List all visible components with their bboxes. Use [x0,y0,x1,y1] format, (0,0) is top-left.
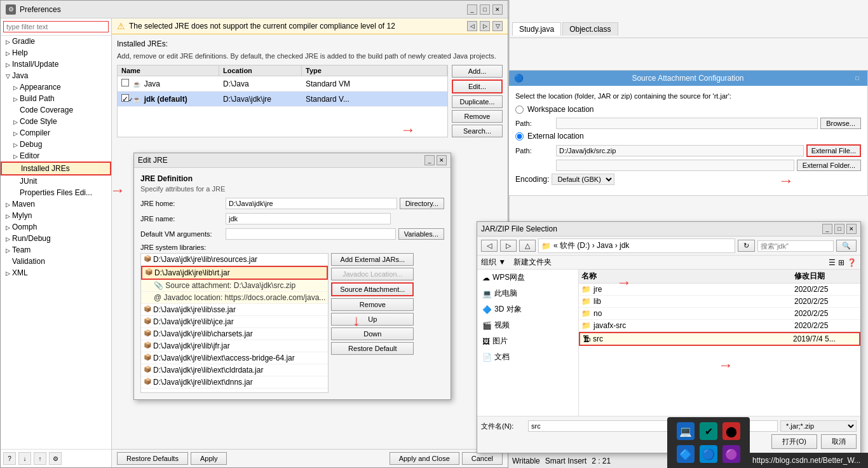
lib-item-2[interactable]: 📦 D:\Java\jdk\jre\lib\sse.jar [141,304,328,316]
cancel-button[interactable]: Cancel [462,452,503,465]
apply-button[interactable]: Apply [191,452,227,465]
sidebar-item-java[interactable]: ▽Java [1,70,111,81]
nav-back-btn[interactable]: ◁ [467,21,477,31]
jre-checkbox-0[interactable] [121,79,129,86]
edit-jre-minimize[interactable]: _ [424,155,435,165]
sa-ext-folder-input[interactable] [556,160,794,171]
jar-file-row-1[interactable]: 📁 lib 2020/2/25 [579,296,860,308]
jar-open-btn[interactable]: 打开(O) [771,434,817,449]
nav-forward-btn[interactable]: ▷ [480,21,490,31]
taskbar-icon-2[interactable]: ⬤ [722,422,740,440]
minimize-button[interactable]: _ [467,4,477,15]
sidebar-item-code-coverage[interactable]: Code Coverage [1,104,111,116]
jar-maximize[interactable]: □ [834,224,844,234]
lib-item-8[interactable]: 📦 D:\Java\jdk\jre\lib\ext\dnns.jar [141,376,328,389]
lib-item-4[interactable]: 📦 D:\Java\jdk\jre\lib\charsets.jar [141,328,328,340]
sa-encoding-select[interactable]: Default (GBK) [552,174,614,185]
libs-remove-btn[interactable]: Remove [331,298,414,311]
search-button[interactable]: Search... [452,125,503,137]
jar-cancel-btn[interactable]: 取消 [821,434,857,449]
lib-item-5[interactable]: 📦 D:\Java\jdk\jre\lib\jfr.jar [141,340,328,352]
jar-filetype-select[interactable]: *.jar;*.zip [780,420,857,432]
jar-minimize[interactable]: _ [822,224,832,234]
sidebar-item-xml[interactable]: ▷XML [1,267,111,279]
remove-button[interactable]: Remove [452,110,503,123]
jar-forward-btn[interactable]: ▷ [500,240,517,252]
tab-object-class[interactable]: Object.class [562,22,618,36]
javadoc-location-btn[interactable]: Javadoc Location... [331,268,414,280]
sidebar-item-debug[interactable]: ▷Debug [1,139,111,150]
source-attachment-btn[interactable]: Source Attachment... [331,282,414,296]
restore-defaults-button[interactable]: Restore Defaults [117,452,188,465]
sidebar-item-appearance[interactable]: ▷Appearance [1,81,111,93]
jar-file-row-4[interactable]: 🗜 src 2019/7/4 5... [579,332,860,346]
jre-row-0[interactable]: ☕ Java D:\Java Standard VM [118,76,447,92]
sidebar-item-maven[interactable]: ▷Maven [1,198,111,210]
jar-search-input[interactable] [757,240,834,252]
jar-refresh-btn[interactable]: ↻ [738,240,755,252]
jre-home-btn[interactable]: Directory... [400,198,444,209]
jar-search-btn[interactable]: 🔍 [836,240,857,252]
search-input[interactable] [3,21,109,32]
sidebar-item-run-debug[interactable]: ▷Run/Debug [1,233,111,244]
edit-jre-close[interactable]: ✕ [437,155,447,165]
lib-item-7[interactable]: 📦 D:\Java\jdk\jre\lib\ext\cldrdata.jar [141,364,328,376]
jar-file-row-0[interactable]: 📁 jre 2020/2/25 [579,284,860,296]
jar-close[interactable]: ✕ [846,224,857,234]
sa-external-radio[interactable] [515,132,524,141]
lib-item-3[interactable]: 📦 D:\Java\jdk\jre\lib\jce.jar [141,316,328,328]
jar-sidebar-video[interactable]: 🎬 视频 [477,317,578,333]
close-button[interactable]: ✕ [492,4,503,15]
libs-down-btn[interactable]: Down [331,327,414,340]
import-button[interactable]: ↓ [18,452,31,465]
lib-item-0[interactable]: 📦 D:\Java\jdk\jre\lib\resources.jar [141,254,328,266]
tab-study-java[interactable]: Study.java [512,22,561,36]
duplicate-button[interactable]: Duplicate... [452,95,503,108]
lib-item-1[interactable]: 📦 D:\Java\jdk\jre\lib\rt.jar [141,266,328,280]
sidebar-item-code-style[interactable]: ▷Code Style [1,116,111,127]
sa-ext-folder-btn[interactable]: External Folder... [797,160,861,171]
sidebar-item-compiler[interactable]: ▷Compiler [1,127,111,139]
sa-workspace-path-input[interactable] [556,118,818,129]
sidebar-item-editor[interactable]: ▷Editor [1,150,111,162]
taskbar-icon-5[interactable]: 🟣 [722,445,740,463]
jar-file-row-2[interactable]: 📁 no 2020/2/25 [579,308,860,320]
jar-sidebar-3d[interactable]: 🔷 3D 对象 [477,301,578,317]
sidebar-item-gradle[interactable]: ▷Gradle [1,36,111,47]
maximize-button[interactable]: □ [480,4,490,15]
sidebar-item-mylyn[interactable]: ▷Mylyn [1,210,111,221]
edit-button[interactable]: Edit... [452,79,503,93]
taskbar-icon-1[interactable]: ✔ [700,422,717,440]
help-icon[interactable]: ❓ [847,258,857,267]
jar-up-btn[interactable]: △ [519,240,536,252]
sidebar-item-team[interactable]: ▷Team [1,244,111,256]
jar-file-row-3[interactable]: 📁 javafx-src 2020/2/25 [579,320,860,332]
sidebar-item-junit[interactable]: JUnit [1,176,111,187]
export-button[interactable]: ↑ [34,452,46,465]
taskbar-icon-4[interactable]: 🔵 [700,445,717,463]
sa-browse-btn[interactable]: Browse... [820,118,861,129]
view-details-icon[interactable]: ⊞ [838,258,844,267]
jre-row-1[interactable]: ✓ ☕ jdk (default) D:\Java\jdk\jre Standa… [118,92,447,107]
sa-ext-file-btn[interactable]: External File... [806,144,861,157]
jre-checkbox-1[interactable]: ✓ [121,94,129,102]
lib-item-6[interactable]: 📦 D:\Java\jdk\jre\lib\ext\access-bridge-… [141,352,328,364]
sidebar-item-help[interactable]: ▷Help [1,47,111,59]
sidebar-item-validation[interactable]: Validation [1,256,111,267]
jar-sidebar-image[interactable]: 🖼 图片 [477,333,578,349]
sa-external-path-input[interactable] [556,145,804,156]
jre-home-input[interactable] [226,198,397,209]
sidebar-item-build-path[interactable]: ▷Build Path [1,93,111,104]
libs-restore-btn[interactable]: Restore Default [331,342,414,355]
jre-vmargs-input[interactable] [226,228,396,240]
view-list-icon[interactable]: ☰ [829,258,836,267]
sidebar-item-oomph[interactable]: ▷Oomph [1,221,111,233]
help-button[interactable]: ? [3,452,16,465]
jre-name-input[interactable] [226,213,391,224]
jar-sidebar-wps[interactable]: ☁ WPS网盘 [477,270,578,286]
add-external-jars-btn[interactable]: Add External JARs... [331,253,414,266]
jar-back-btn[interactable]: ◁ [481,240,498,252]
nav-more-btn[interactable]: ▽ [492,21,503,31]
jar-sidebar-mypc[interactable]: 💻 此电脑 [477,286,578,301]
sidebar-item-prop-files[interactable]: Properties Files Edi... [1,187,111,198]
